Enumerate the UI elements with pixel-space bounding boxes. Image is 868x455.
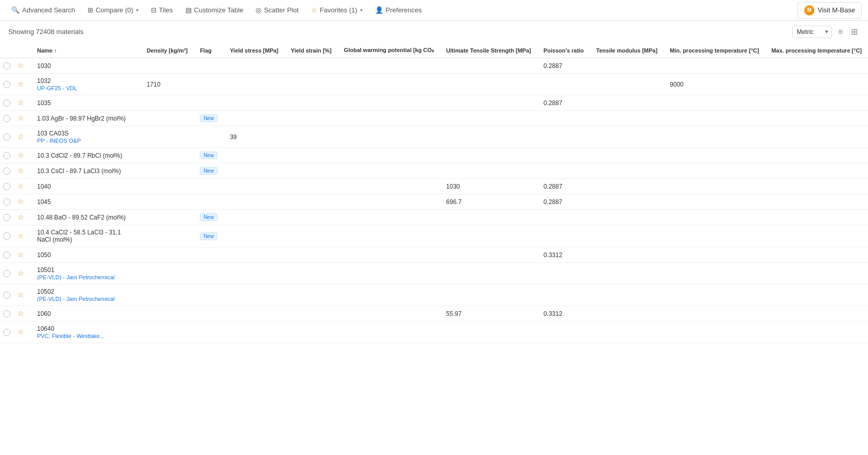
row-favorite-button[interactable]: ☆ xyxy=(18,251,24,258)
row-yield-stress-cell xyxy=(224,95,284,111)
row-select-radio[interactable] xyxy=(3,183,10,190)
unit-selector[interactable]: Metric Imperial xyxy=(792,26,832,38)
row-density-cell xyxy=(141,322,194,343)
row-favorite-button[interactable]: ☆ xyxy=(18,151,24,159)
material-sub[interactable]: (PE-VLD) - Jam Petrochemical xyxy=(37,274,134,280)
row-favorite-button[interactable]: ☆ xyxy=(18,133,24,140)
material-name: 10502 xyxy=(37,288,134,295)
col-min-temp[interactable]: Min. processing temperature [°C] xyxy=(663,43,765,58)
row-select-radio[interactable] xyxy=(3,167,10,175)
material-sub[interactable]: PVC, Flexible - Westlake... xyxy=(37,333,134,339)
row-select-cell xyxy=(0,225,15,247)
row-favorite-button[interactable]: ☆ xyxy=(18,232,24,240)
row-favorite-cell: ☆ xyxy=(15,306,31,322)
row-min-temp-cell xyxy=(663,284,765,306)
materials-table: Name ↑ Density [kg/m³] Flag Yield stress… xyxy=(0,43,868,343)
material-sub[interactable]: PP - INEOS O&P xyxy=(37,138,134,144)
row-favorite-button[interactable]: ☆ xyxy=(18,310,24,317)
row-select-radio[interactable] xyxy=(3,62,10,70)
row-select-radio[interactable] xyxy=(3,292,10,299)
col-yield-stress[interactable]: Yield stress [MPa] xyxy=(224,43,284,58)
col-uts[interactable]: Ultimate Tensile Strength [MPa] xyxy=(440,43,537,58)
table-row: ☆10.3 CsCl - 89.7 LaCl3 (mol%)New xyxy=(0,163,868,179)
row-select-radio[interactable] xyxy=(3,329,10,336)
nav-favorites[interactable]: ☆ Favorites (1) ▾ xyxy=(306,3,368,17)
row-flag-cell xyxy=(194,322,224,343)
col-gwp[interactable]: Global warming potential [kg CO₂ xyxy=(338,43,440,58)
material-sub[interactable]: UP-GF25 - VDL xyxy=(37,85,134,91)
row-favorite-cell: ☆ xyxy=(15,95,31,111)
row-yield-stress-cell xyxy=(224,263,284,284)
col-select xyxy=(0,43,15,58)
nav-preferences-label: Preferences xyxy=(386,6,422,14)
row-favorite-button[interactable]: ☆ xyxy=(18,182,24,190)
row-select-radio[interactable] xyxy=(3,214,10,221)
row-uts-cell xyxy=(440,74,537,95)
material-name: 1035 xyxy=(37,99,134,107)
row-select-radio[interactable] xyxy=(3,310,10,317)
col-density[interactable]: Density [kg/m³] xyxy=(141,43,194,58)
row-max-temp-cell xyxy=(765,111,868,126)
row-select-radio[interactable] xyxy=(3,133,10,141)
row-gwp-cell xyxy=(338,163,440,179)
row-select-radio[interactable] xyxy=(3,115,10,122)
row-gwp-cell xyxy=(338,126,440,148)
row-yield-strain-cell xyxy=(285,111,338,126)
row-favorite-button[interactable]: ☆ xyxy=(18,213,24,221)
grid-view-button[interactable]: ⊞ xyxy=(849,25,860,39)
row-favorite-button[interactable]: ☆ xyxy=(18,167,24,174)
col-flag[interactable]: Flag xyxy=(194,43,224,58)
table-body: ☆10300.2887☆1032UP-GF25 - VDL17109000☆10… xyxy=(0,58,868,343)
row-select-radio[interactable] xyxy=(3,99,10,107)
nav-scatter-plot[interactable]: ◎ Scatter Plot xyxy=(250,3,303,17)
row-tensile-mod-cell xyxy=(590,194,663,210)
row-favorite-button[interactable]: ☆ xyxy=(18,269,24,277)
nav-tiles[interactable]: ⊟ Tiles xyxy=(146,3,178,17)
nav-advanced-search[interactable]: 🔍 Advanced Search xyxy=(6,3,80,17)
row-tensile-mod-cell xyxy=(590,74,663,95)
row-select-radio[interactable] xyxy=(3,152,10,159)
row-uts-cell xyxy=(440,284,537,306)
row-poisson-cell: 0.2887 xyxy=(537,194,590,210)
row-favorite-button[interactable]: ☆ xyxy=(18,99,24,106)
row-select-radio[interactable] xyxy=(3,270,10,277)
col-name[interactable]: Name ↑ xyxy=(31,43,141,58)
col-max-temp[interactable]: Max. processing temperature [°C] xyxy=(765,43,868,58)
nav-compare[interactable]: ⊞ Compare (0) ▾ xyxy=(82,3,144,17)
row-favorite-button[interactable]: ☆ xyxy=(18,328,24,335)
row-select-radio[interactable] xyxy=(3,232,10,240)
row-favorite-button[interactable]: ☆ xyxy=(18,114,24,122)
row-favorite-button[interactable]: ☆ xyxy=(18,198,24,205)
col-max-temp-label: Max. processing temperature [°C] xyxy=(771,47,862,54)
row-select-cell xyxy=(0,284,15,306)
row-name-cell: 10.4 CaCl2 - 58.5 LaCl3 - 31.1 NaCl (mol… xyxy=(31,225,141,247)
material-name: 1030 xyxy=(37,62,134,70)
row-favorite-cell: ☆ xyxy=(15,247,31,263)
row-select-radio[interactable] xyxy=(3,198,10,206)
row-yield-stress-cell xyxy=(224,58,284,74)
row-favorite-button[interactable]: ☆ xyxy=(18,62,24,69)
materials-table-container[interactable]: Name ↑ Density [kg/m³] Flag Yield stress… xyxy=(0,43,868,446)
compare-icon: ⊞ xyxy=(88,6,93,14)
material-sub[interactable]: (PE-VLD) - Jam Petrochemical xyxy=(37,296,134,302)
row-flag-cell xyxy=(194,263,224,284)
row-yield-strain-cell xyxy=(285,194,338,210)
row-select-radio[interactable] xyxy=(3,251,10,259)
col-yield-strain[interactable]: Yield strain [%] xyxy=(285,43,338,58)
row-select-radio[interactable] xyxy=(3,81,10,88)
col-tensile-mod[interactable]: Tensile modulus [MPa] xyxy=(590,43,663,58)
row-favorite-cell: ☆ xyxy=(15,284,31,306)
nav-customize-table[interactable]: ▤ Customize Table xyxy=(180,3,249,17)
row-select-cell xyxy=(0,58,15,74)
row-favorite-button[interactable]: ☆ xyxy=(18,291,24,298)
columns-icon-button[interactable]: ≡ xyxy=(836,25,845,39)
col-poisson[interactable]: Poisson's ratio xyxy=(537,43,590,58)
row-density-cell xyxy=(141,163,194,179)
nav-preferences[interactable]: 👤 Preferences xyxy=(370,3,427,17)
row-max-temp-cell xyxy=(765,284,868,306)
visit-mbase-button[interactable]: M Visit M-Base xyxy=(797,2,862,19)
row-favorite-cell: ☆ xyxy=(15,58,31,74)
row-favorite-button[interactable]: ☆ xyxy=(18,80,24,88)
table-row: ☆10500.3312 xyxy=(0,247,868,263)
row-yield-strain-cell xyxy=(285,74,338,95)
